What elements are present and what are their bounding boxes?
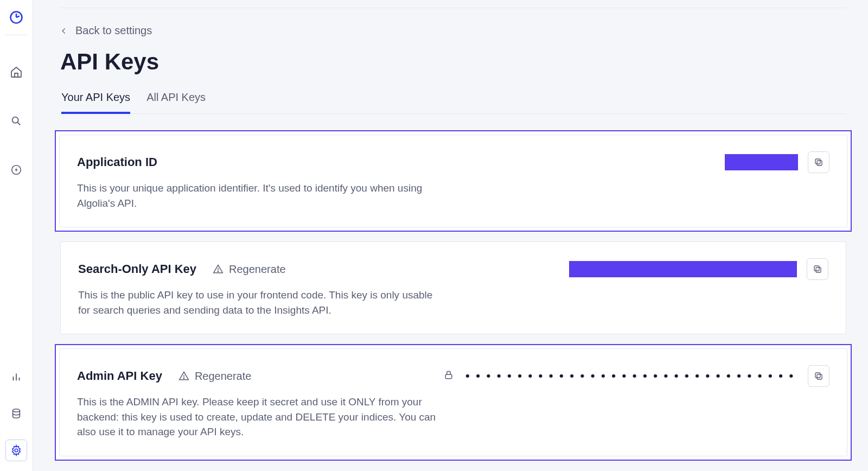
copy-application-id-button[interactable] bbox=[808, 151, 829, 173]
admin-key-masked: •••••••••••••••••••••••••••••••• bbox=[464, 370, 798, 383]
regenerate-label: Regenerate bbox=[229, 263, 286, 276]
search-only-desc: This is the public API key to use in you… bbox=[78, 288, 447, 317]
search-icon[interactable] bbox=[5, 110, 27, 132]
tab-all-api-keys[interactable]: All API Keys bbox=[146, 91, 206, 113]
copy-icon bbox=[814, 371, 824, 381]
svg-rect-8 bbox=[816, 268, 821, 272]
top-divider bbox=[60, 8, 846, 8]
regenerate-admin-key-button[interactable]: Regenerate bbox=[178, 370, 252, 383]
back-to-settings-link[interactable]: Back to settings bbox=[60, 24, 152, 37]
svg-rect-11 bbox=[445, 374, 452, 379]
svg-rect-9 bbox=[814, 266, 819, 271]
svg-point-7 bbox=[218, 271, 218, 272]
search-only-card: Search-Only API Key Regenerate This is t… bbox=[60, 241, 846, 334]
svg-point-4 bbox=[15, 449, 18, 452]
copy-icon bbox=[813, 264, 822, 274]
svg-rect-5 bbox=[817, 161, 822, 166]
svg-rect-13 bbox=[815, 373, 820, 378]
search-only-title: Search-Only API Key bbox=[78, 262, 196, 276]
copy-admin-key-button[interactable] bbox=[808, 365, 829, 387]
svg-point-1 bbox=[12, 117, 18, 123]
svg-rect-12 bbox=[817, 374, 822, 379]
main-content: Back to settings API Keys Your API Keys … bbox=[33, 0, 868, 471]
regenerate-search-key-button[interactable]: Regenerate bbox=[213, 263, 286, 276]
logo-icon[interactable] bbox=[5, 10, 27, 35]
database-icon[interactable] bbox=[5, 403, 27, 424]
svg-rect-6 bbox=[815, 159, 820, 164]
settings-icon[interactable] bbox=[5, 440, 27, 461]
tabs: Your API Keys All API Keys bbox=[60, 91, 846, 114]
admin-desc: This is the ADMIN API key. Please keep i… bbox=[77, 394, 446, 440]
application-id-title: Application ID bbox=[77, 155, 157, 169]
tab-your-api-keys[interactable]: Your API Keys bbox=[61, 91, 130, 113]
svg-point-10 bbox=[183, 378, 184, 379]
application-id-card-wrap: Application ID This is your unique appli… bbox=[55, 130, 852, 232]
admin-card: Admin API Key Regenerate •••••••••••••••… bbox=[59, 348, 847, 456]
application-id-desc: This is your unique application identifi… bbox=[77, 181, 446, 211]
search-only-value bbox=[569, 261, 797, 277]
application-id-card: Application ID This is your unique appli… bbox=[59, 135, 847, 227]
home-icon[interactable] bbox=[5, 61, 27, 83]
admin-title: Admin API Key bbox=[77, 369, 162, 383]
lock-icon bbox=[443, 370, 454, 383]
svg-point-3 bbox=[13, 409, 20, 412]
chevron-left-icon bbox=[60, 27, 68, 35]
warning-icon bbox=[213, 264, 224, 275]
sidebar bbox=[0, 0, 33, 471]
page-title: API Keys bbox=[60, 49, 846, 75]
application-id-value bbox=[725, 154, 798, 170]
copy-search-key-button[interactable] bbox=[807, 258, 828, 280]
back-label: Back to settings bbox=[75, 24, 152, 37]
warning-icon bbox=[178, 371, 189, 381]
search-only-card-wrap: Search-Only API Key Regenerate This is t… bbox=[60, 241, 846, 334]
regenerate-label: Regenerate bbox=[195, 370, 252, 383]
analytics-icon[interactable] bbox=[5, 366, 27, 387]
bolt-icon[interactable] bbox=[5, 159, 27, 181]
copy-icon bbox=[814, 157, 824, 167]
admin-card-wrap: Admin API Key Regenerate •••••••••••••••… bbox=[55, 344, 852, 461]
